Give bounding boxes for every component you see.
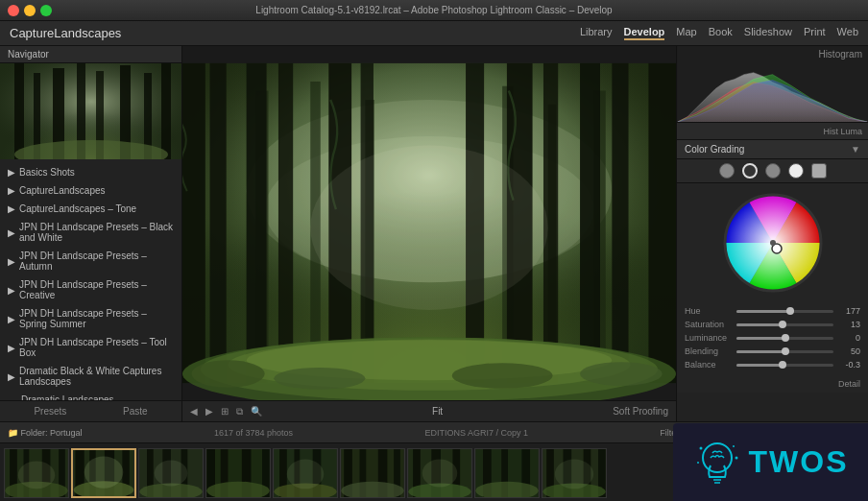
color-grading-toggle[interactable]: ▼ xyxy=(851,144,860,155)
hist-luma-label: Hist Luma xyxy=(823,127,862,136)
luminance-fill xyxy=(736,337,785,340)
paste-footer-label[interactable]: Paste xyxy=(123,406,148,417)
maximize-button[interactable] xyxy=(40,5,52,16)
svg-rect-23 xyxy=(182,63,205,383)
traffic-lights xyxy=(8,5,52,16)
presets-footer-label[interactable]: Presets xyxy=(34,406,66,417)
navigator-svg xyxy=(0,63,181,159)
svg-point-42 xyxy=(580,362,663,386)
svg-point-39 xyxy=(192,360,265,388)
svg-rect-24 xyxy=(210,63,227,383)
presets-panel[interactable]: ▶Basics Shots ▶CaptureLandscapes ▶Captur… xyxy=(0,159,181,400)
filmstrip-thumb-8[interactable] xyxy=(474,448,540,498)
compare-icon[interactable]: ⧉ xyxy=(236,406,243,418)
tab-shadows[interactable] xyxy=(742,163,758,179)
luminance-value: 0 xyxy=(837,333,860,343)
filmstrip-thumb-7[interactable] xyxy=(407,448,472,498)
preset-group-label: CaptureLandscapes xyxy=(19,185,106,196)
hue-label: Hue xyxy=(685,306,733,316)
hue-thumb[interactable] xyxy=(786,307,794,315)
main-image-container xyxy=(182,46,676,400)
module-develop[interactable]: Develop xyxy=(624,26,665,40)
preset-group-header[interactable]: ▶Basics Shots xyxy=(8,165,174,179)
saturation-track[interactable] xyxy=(736,323,833,326)
main-forest-image xyxy=(182,46,676,400)
module-print[interactable]: Print xyxy=(804,26,826,40)
hue-track[interactable] xyxy=(736,310,833,313)
filmstrip-thumb-5[interactable] xyxy=(273,448,338,498)
zoom-icon[interactable]: 🔍 xyxy=(251,406,262,417)
preset-group-toolbox: ▶JPN DH Landscape Presets – Tool Box xyxy=(0,333,181,362)
folder-label: Folder: Portugal xyxy=(21,428,83,438)
tab-midtones[interactable] xyxy=(765,163,781,179)
tab-highlights[interactable] xyxy=(788,163,804,179)
preset-group-creative: ▶JPN DH Landscape Presets – Creative xyxy=(0,275,181,304)
saturation-thumb[interactable] xyxy=(779,321,786,328)
balance-thumb[interactable] xyxy=(779,361,786,369)
sliders-section: Hue 177 Saturation 13 xyxy=(677,302,868,377)
center-panel: ◀ ▶ ⊞ ⧉ 🔍 Fit Soft Proofing xyxy=(182,46,676,421)
minimize-button[interactable] xyxy=(24,5,36,16)
balance-fill xyxy=(736,364,783,367)
preset-group-label: JPN DH Landscape Presets – Black and Whi… xyxy=(19,222,174,243)
preset-group-dramatic: ▼Dramatic Landscapes – CaptureLandscapes… xyxy=(0,391,181,400)
filmstrip-thumb-6[interactable] xyxy=(340,448,405,498)
preset-group-label: CaptureLandscapes – Tone xyxy=(19,203,136,214)
close-button[interactable] xyxy=(8,5,19,16)
filmstrip-thumb-4[interactable] xyxy=(205,448,271,498)
module-library[interactable]: Library xyxy=(580,26,613,40)
nav-bar: CaptureLandscapes Library Develop Map Bo… xyxy=(0,21,868,46)
prev-icon[interactable]: ◀ xyxy=(190,406,198,417)
preset-group-autumn: ▶JPN DH Landscape Presets – Autumn xyxy=(0,247,181,275)
preset-group-header[interactable]: ▶CaptureLandscapes – Tone xyxy=(8,202,174,216)
color-wheel-container xyxy=(677,183,868,302)
preset-group-capture: ▶CaptureLandscapes xyxy=(0,181,181,200)
svg-rect-3 xyxy=(14,63,24,159)
luminance-track[interactable] xyxy=(736,337,833,340)
blending-thumb[interactable] xyxy=(782,347,789,355)
preset-group-header[interactable]: ▶JPN DH Landscape Presets – Tool Box xyxy=(8,335,174,360)
svg-rect-10 xyxy=(161,63,171,159)
svg-point-113 xyxy=(697,462,699,464)
preset-group-label: JPN DH Landscape Presets – Creative xyxy=(19,279,174,300)
detail-button[interactable]: Detail xyxy=(677,377,868,393)
zoom-level: Fit xyxy=(432,406,443,417)
preset-group-header[interactable]: ▶Dramatic Black & White Captures Landsca… xyxy=(8,364,174,389)
title-bar: Lightroom Catalog-5.1-v8192.lrcat – Adob… xyxy=(0,0,868,21)
saturation-fill xyxy=(736,323,783,326)
module-slideshow[interactable]: Slideshow xyxy=(744,26,792,40)
navigator-preview xyxy=(0,63,181,159)
folder-icon: 📁 xyxy=(8,428,18,438)
luminance-label: Luminance xyxy=(685,333,733,343)
filmstrip-thumb-2[interactable] xyxy=(71,448,136,498)
next-icon[interactable]: ▶ xyxy=(205,406,213,417)
preset-group-header[interactable]: ▶JPN DH Landscape Presets – Black and Wh… xyxy=(8,220,174,245)
filmstrip-thumb-3[interactable] xyxy=(138,448,204,498)
tab-all[interactable] xyxy=(719,163,735,179)
svg-point-111 xyxy=(733,445,735,447)
preset-group-header[interactable]: ▶CaptureLandscapes xyxy=(8,183,174,198)
saturation-slider-row: Saturation 13 xyxy=(685,320,860,329)
svg-rect-32 xyxy=(580,63,600,383)
preset-group-header[interactable]: ▶JPN DH Landscape Presets – Spring Summe… xyxy=(8,306,174,331)
module-web[interactable]: Web xyxy=(837,26,858,40)
luminance-thumb[interactable] xyxy=(782,334,789,342)
blending-slider-row: Blending 50 xyxy=(685,346,860,356)
grid-icon[interactable]: ⊞ xyxy=(221,406,229,417)
blending-track[interactable] xyxy=(736,350,833,353)
filmstrip-thumb-9[interactable] xyxy=(542,448,607,498)
left-footer: Presets Paste xyxy=(0,400,181,421)
preset-group-header[interactable]: ▶JPN DH Landscape Presets – Autumn xyxy=(8,249,174,274)
preset-group-header[interactable]: ▼Dramatic Landscapes – CaptureLandscapes xyxy=(8,393,174,400)
filmstrip-thumb-1[interactable] xyxy=(4,448,69,498)
module-book[interactable]: Book xyxy=(709,26,733,40)
soft-proofing-label[interactable]: Soft Proofing xyxy=(613,406,668,417)
module-map[interactable]: Map xyxy=(676,26,696,40)
balance-track[interactable] xyxy=(736,364,833,367)
preset-group-label: JPN DH Landscape Presets – Spring Summer xyxy=(19,308,174,329)
window-title: Lightroom Catalog-5.1-v8192.lrcat – Adob… xyxy=(255,5,612,15)
tab-global[interactable] xyxy=(811,163,827,179)
preset-group-header[interactable]: ▶JPN DH Landscape Presets – Creative xyxy=(8,277,174,302)
color-wheel-svg[interactable] xyxy=(721,191,825,295)
hue-fill xyxy=(736,310,790,313)
